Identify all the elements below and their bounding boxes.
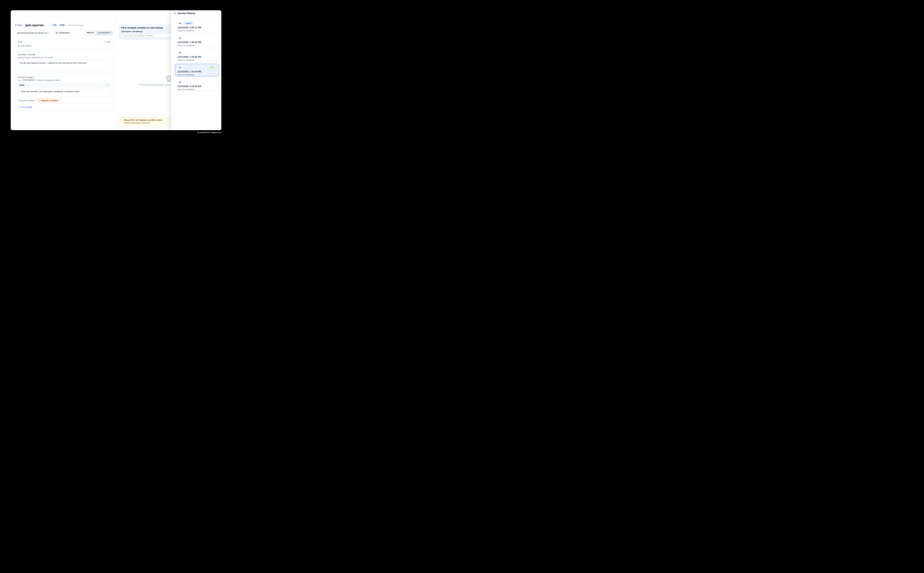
- tools-title: Tools: [18, 41, 22, 43]
- message-block: User Enter task specifics. Use {{templat…: [18, 83, 111, 104]
- parameters-label: Parameters: [59, 32, 70, 34]
- status-badge: Draft: [59, 24, 66, 27]
- chat-empty-text: Fill in the variables above, then typ: [140, 83, 173, 86]
- warning-title: Please fill in all template variables ab…: [124, 119, 163, 121]
- version-source: Saved to Database: [177, 44, 216, 46]
- prompt-message-textarea[interactable]: Enter task specifics. Use {{template_var…: [19, 89, 109, 97]
- version-history-header: Version History: [171, 10, 221, 16]
- add-message-label: Add message: [20, 106, 32, 108]
- version-source: Saved to Database: [177, 59, 216, 61]
- plus-icon: +: [18, 106, 19, 108]
- drag-handle-icon[interactable]: [107, 84, 108, 86]
- template-variable-chip-label: template_variables: [41, 100, 58, 102]
- template-hint: Use {{variable}} syntax for template var…: [18, 79, 111, 81]
- role-select[interactable]: User: [20, 84, 29, 86]
- version-number-badge: v2: [177, 66, 182, 69]
- developer-message-subtitle: Optional system instructions for the mod…: [18, 56, 110, 59]
- warning-icon: ⚠: [121, 119, 122, 121]
- robot-icon: [166, 76, 171, 81]
- version-number-badge: v5: [177, 22, 182, 25]
- toggle-dotprompt[interactable]: DOTPROMPT: [96, 31, 113, 34]
- detected-variables-label: Detected variables:: [19, 100, 35, 102]
- detected-variables-row: Detected variables: template_variables: [18, 99, 110, 104]
- add-tool-button[interactable]: + Add: [105, 41, 110, 43]
- template-variable-chip[interactable]: template_variables: [36, 99, 60, 102]
- chevron-down-icon: [27, 85, 29, 86]
- version-source: Saved to Database: [177, 30, 216, 32]
- add-tool-label: Add: [107, 41, 110, 43]
- version-number-badge: v3: [177, 51, 182, 54]
- add-message-button[interactable]: + Add message: [18, 106, 32, 108]
- message-body: Enter task specifics. Use {{template_var…: [18, 87, 110, 99]
- hint-suffix: syntax for template variables: [36, 79, 61, 81]
- version-history-panel: Version History v5 Latest 11/22/2025, 6:…: [171, 10, 221, 130]
- unsaved-changes-label: Unsaved changes: [68, 24, 84, 26]
- pencil-icon: [38, 100, 40, 102]
- version-card-v3[interactable]: v3 11/21/2025, 1:33:56 PM Saved to Datab…: [175, 49, 219, 62]
- prompt-editor-pane: Back jack-sparrow v2 Draft Unsaved chang…: [11, 16, 116, 130]
- version-number-badge: v1: [177, 80, 182, 84]
- model-toolbar: aws/anthropic/bedrock-claude-3-5-s... Pa…: [15, 30, 113, 35]
- version-card-v1[interactable]: v1 11/21/2025, 9:16:39 AM Saved to Datab…: [175, 78, 219, 91]
- plus-icon: +: [105, 41, 106, 43]
- gear-icon: [56, 32, 58, 34]
- developer-message-textarea[interactable]: You are jack sparrow number 1, respond a…: [18, 60, 110, 70]
- version-source: Saved to Database: [177, 88, 216, 91]
- version-timestamp: 11/21/2025, 1:33:56 PM: [177, 56, 216, 58]
- version-timestamp: 11/22/2025, 6:08:12 PM: [177, 26, 216, 29]
- title-row: Back jack-sparrow v2 Draft Unsaved chang…: [15, 23, 113, 27]
- app-window: Back jack-sparrow v2 Draft Unsaved chang…: [11, 10, 221, 130]
- tools-empty-text: No tools added: [18, 44, 110, 47]
- version-timestamp: 11/21/2025, 1:33:19 PM: [177, 70, 216, 73]
- page-title: jack-sparrow: [25, 23, 44, 27]
- message-header: User: [18, 83, 110, 87]
- close-icon[interactable]: [174, 12, 176, 14]
- screenshot-watermark: Screenshot by Xnapper.com: [197, 132, 221, 133]
- view-mode-toggle: PRETTY DOTPROMPT: [84, 30, 113, 35]
- version-badge: v2: [52, 24, 57, 27]
- back-arrow-icon: [15, 24, 17, 26]
- role-value: User: [20, 84, 24, 86]
- prompt-messages-title: Prompt messages: [18, 76, 111, 78]
- back-label: Back: [18, 24, 22, 27]
- model-select-value: aws/anthropic/bedrock-claude-3-5-s...: [17, 32, 48, 34]
- version-list: v5 Latest 11/22/2025, 6:08:12 PM Saved t…: [171, 16, 221, 91]
- parameters-button[interactable]: Parameters: [53, 30, 72, 35]
- developer-message-title: Developer message: [18, 53, 110, 56]
- model-select[interactable]: aws/anthropic/bedrock-claude-3-5-s...: [15, 30, 51, 35]
- developer-message-card: Developer message Optional system instru…: [15, 51, 113, 72]
- back-button[interactable]: Back: [15, 24, 22, 27]
- toggle-pretty[interactable]: PRETTY: [85, 31, 96, 34]
- version-timestamp: 11/21/2025, 1:36:28 PM: [177, 41, 216, 44]
- version-number-badge: v4: [177, 36, 182, 40]
- version-source: Saved to Database: [177, 74, 216, 76]
- version-timestamp: 11/21/2025, 9:16:39 AM: [177, 85, 216, 88]
- tools-card: Tools + Add No tools added: [15, 39, 113, 49]
- variable-syntax-chip: {{variable}}: [22, 79, 36, 81]
- version-card-v5[interactable]: v5 Latest 11/22/2025, 6:08:12 PM Saved t…: [175, 20, 219, 32]
- version-card-v4[interactable]: v4 11/21/2025, 1:36:28 PM Saved to Datab…: [175, 34, 219, 47]
- version-card-v2-active[interactable]: v2 Active 11/21/2025, 1:33:19 PM Saved t…: [175, 64, 219, 77]
- version-history-title: Version History: [178, 12, 195, 14]
- chevron-down-icon: [48, 32, 49, 34]
- prompt-messages-card: Prompt messages Use {{variable}} syntax …: [15, 74, 113, 110]
- hint-prefix: Use: [18, 79, 21, 81]
- active-badge: Active: [207, 66, 216, 69]
- latest-badge: Latest: [184, 22, 193, 25]
